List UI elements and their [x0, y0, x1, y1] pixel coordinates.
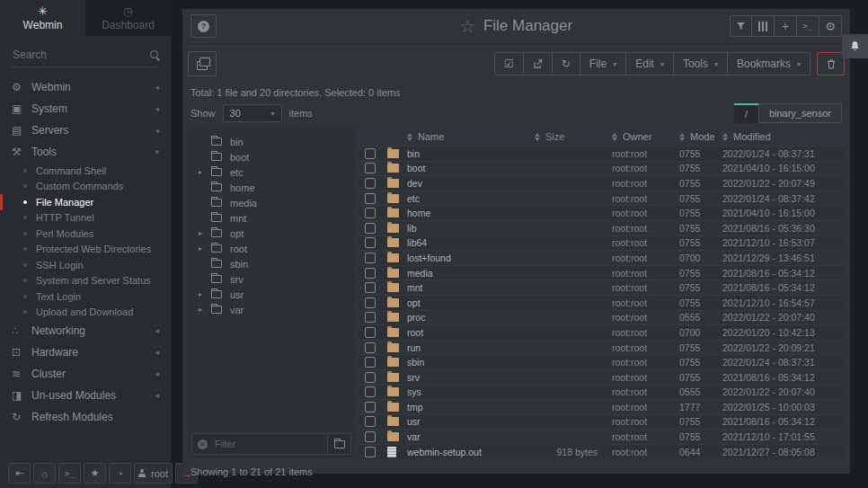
tree-folder-button[interactable]: [327, 434, 350, 454]
table-row-bin[interactable]: binroot:root07552022/01/24 - 08:37:31: [359, 146, 845, 161]
sidebar-item-refresh-modules[interactable]: ↻Refresh Modules: [0, 406, 171, 428]
column-header-size[interactable]: Size: [522, 131, 612, 142]
row-checkbox[interactable]: [365, 193, 376, 204]
file-name[interactable]: srv: [407, 372, 522, 383]
sidebar-item-system-and-server-status[interactable]: System and Server Status: [0, 273, 171, 289]
tree-item-root[interactable]: ▸root: [188, 241, 355, 256]
file-name[interactable]: run: [407, 342, 522, 353]
file-name[interactable]: proc: [407, 312, 522, 323]
tab-webmin[interactable]: ✳ Webmin: [0, 0, 85, 36]
tab-dashboard[interactable]: ◷ Dashboard: [85, 0, 171, 36]
tree-item-sbin[interactable]: sbin: [188, 256, 355, 271]
row-checkbox[interactable]: [365, 357, 376, 368]
row-checkbox[interactable]: [365, 431, 376, 442]
table-row-dev[interactable]: devroot:root07552022/01/22 - 20:07:49: [359, 175, 845, 191]
tree-filter-input[interactable]: [213, 438, 327, 450]
theme-button[interactable]: ☼: [33, 463, 56, 484]
export-button[interactable]: [524, 52, 553, 75]
file-name[interactable]: root: [407, 327, 522, 338]
tree-item-opt[interactable]: ▸opt: [188, 226, 355, 241]
column-header-owner[interactable]: Owner: [612, 131, 679, 142]
expand-caret-icon[interactable]: ▸: [199, 229, 208, 237]
file-name[interactable]: tmp: [407, 402, 522, 413]
table-row-var[interactable]: varroot:root07552021/12/10 - 17:01:55: [359, 429, 845, 444]
table-row-sbin[interactable]: sbinroot:root07552022/01/24 - 08:37:31: [359, 354, 845, 369]
bookmarks-menu-button[interactable]: Bookmarks ▾: [728, 52, 810, 75]
expand-caret-icon[interactable]: ▸: [199, 306, 208, 314]
user-button[interactable]: root: [134, 463, 173, 484]
row-checkbox[interactable]: [365, 268, 376, 279]
row-checkbox[interactable]: [365, 148, 376, 159]
file-name[interactable]: var: [407, 431, 522, 442]
table-row-webmin-setup-out[interactable]: webmin-setup.out918 bytesroot:root064420…: [359, 444, 845, 459]
table-row-srv[interactable]: srvroot:root07552021/08/16 - 05:34:12: [359, 369, 845, 385]
shell-button[interactable]: >_: [58, 463, 81, 484]
row-checkbox[interactable]: [365, 312, 376, 323]
row-checkbox[interactable]: [365, 372, 376, 383]
file-name[interactable]: dev: [407, 178, 522, 189]
select-view-button[interactable]: [188, 51, 217, 76]
sidebar-item-custom-commands[interactable]: Custom Commands: [0, 179, 171, 195]
expand-caret-icon[interactable]: ▸: [199, 244, 208, 253]
column-header-modified[interactable]: Modified: [722, 131, 845, 142]
sidebar-item-command-shell[interactable]: Command Shell: [0, 163, 171, 179]
expand-caret-icon[interactable]: ▸: [199, 168, 208, 176]
table-row-etc[interactable]: etcroot:root07552022/01/24 - 08:37:42: [359, 191, 845, 206]
breadcrumb-segment[interactable]: binary_sensor: [758, 103, 842, 123]
table-row-lib64[interactable]: lib64root:root07552021/12/10 - 16:53:07: [359, 235, 845, 251]
file-name[interactable]: webmin-setup.out: [407, 447, 522, 457]
column-header-name[interactable]: Name: [407, 131, 522, 142]
clear-filter-icon[interactable]: ✕: [198, 439, 208, 449]
tree-item-home[interactable]: home: [188, 180, 355, 195]
file-name[interactable]: sys: [407, 386, 522, 397]
row-checkbox[interactable]: [365, 386, 376, 397]
sidebar-item-tools[interactable]: ⚒Tools▾: [0, 141, 171, 163]
notifications-tab[interactable]: [842, 34, 868, 58]
row-checkbox[interactable]: [365, 297, 376, 308]
sidebar-item-system[interactable]: ▣System◂: [0, 98, 171, 120]
edit-menu-button[interactable]: Edit ▾: [626, 52, 674, 75]
search-input[interactable]: [11, 48, 150, 62]
sidebar-item-protected-web-directories[interactable]: Protected Web Directories: [0, 242, 171, 258]
collapse-sidebar-button[interactable]: ⇤: [8, 463, 31, 484]
language-button[interactable]: ◔: [109, 463, 131, 484]
breadcrumb-root[interactable]: /: [734, 103, 758, 123]
row-checkbox[interactable]: [365, 223, 376, 234]
file-name[interactable]: mnt: [407, 282, 522, 293]
table-row-boot[interactable]: bootroot:root07552021/04/10 - 16:15:00: [359, 161, 845, 176]
sidebar-item-cluster[interactable]: ≋Cluster◂: [0, 363, 171, 385]
file-name[interactable]: media: [407, 268, 522, 279]
sidebar-item-un-used-modules[interactable]: ◨Un-used Modules◂: [0, 385, 171, 406]
row-checkbox[interactable]: [365, 282, 376, 293]
table-row-proc[interactable]: procroot:root05552022/01/22 - 20:07:40: [359, 310, 845, 325]
file-name[interactable]: lib64: [407, 237, 522, 248]
favorites-button[interactable]: ★: [84, 463, 106, 484]
sidebar-item-networking[interactable]: ∴Networking◂: [0, 320, 171, 342]
file-name[interactable]: bin: [407, 148, 522, 159]
row-checkbox[interactable]: [365, 342, 376, 353]
file-name[interactable]: opt: [407, 297, 522, 308]
table-row-opt[interactable]: optroot:root07552021/12/10 - 16:54:57: [359, 295, 845, 310]
sidebar-item-text-login[interactable]: Text Login: [0, 288, 171, 305]
sidebar-item-webmin[interactable]: ⚙Webmin◂: [0, 76, 171, 98]
column-header-mode[interactable]: Mode: [679, 131, 722, 142]
row-checkbox[interactable]: [365, 327, 376, 338]
table-row-mnt[interactable]: mntroot:root07552021/08/16 - 05:34:12: [359, 279, 845, 295]
row-checkbox[interactable]: [365, 447, 376, 457]
tree-item-bin[interactable]: bin: [188, 134, 355, 149]
table-row-usr[interactable]: usrroot:root07552021/08/16 - 05:34:12: [359, 414, 845, 430]
favorite-star-icon[interactable]: ☆: [460, 18, 475, 35]
select-all-button[interactable]: ☑: [494, 52, 524, 75]
sidebar-item-perl-modules[interactable]: Perl Modules: [0, 226, 171, 242]
row-checkbox[interactable]: [365, 237, 376, 248]
tools-menu-button[interactable]: Tools ▾: [674, 52, 728, 75]
file-name[interactable]: lib: [407, 223, 522, 234]
row-checkbox[interactable]: [365, 402, 376, 413]
file-name[interactable]: etc: [407, 193, 522, 204]
table-row-home[interactable]: homeroot:root07552021/04/10 - 16:15:00: [359, 205, 845, 220]
row-checkbox[interactable]: [365, 416, 376, 427]
file-menu-button[interactable]: File ▾: [580, 52, 626, 75]
tree-item-boot[interactable]: boot: [188, 149, 355, 164]
file-name[interactable]: boot: [407, 163, 522, 173]
row-checkbox[interactable]: [365, 253, 376, 263]
